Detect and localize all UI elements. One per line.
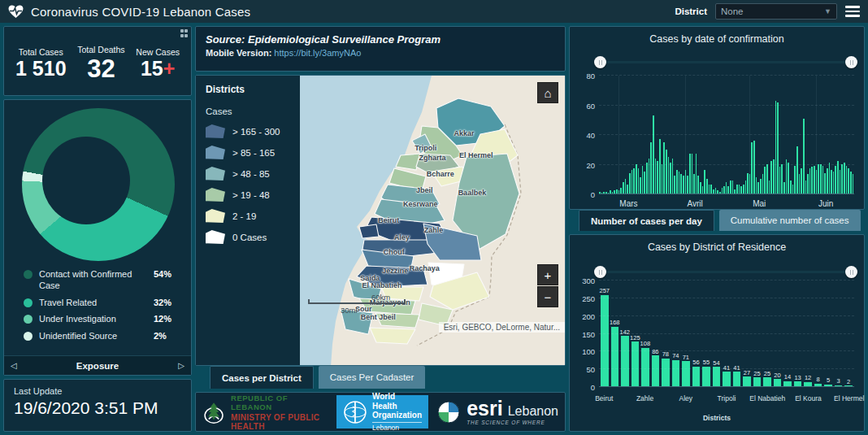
daily-bar — [807, 174, 809, 194]
legend-label: Unidentified Source — [39, 331, 147, 342]
menu-icon[interactable] — [845, 6, 860, 17]
daily-bar — [827, 168, 828, 194]
daily-bar — [803, 119, 805, 194]
district-bar — [794, 381, 802, 386]
new-cases-label: New Cases — [136, 47, 180, 57]
district-bar — [631, 341, 640, 386]
daily-bar — [811, 167, 813, 194]
slider-handle-left[interactable] — [594, 56, 606, 68]
map-home-button[interactable]: ⌂ — [537, 82, 558, 103]
district-bar — [672, 360, 680, 386]
district-bar — [763, 377, 771, 386]
legend-value: 2% — [154, 331, 181, 341]
slider-handle-left[interactable] — [594, 266, 606, 278]
daily-bar — [777, 102, 779, 194]
district-bar-group: 168 — [611, 320, 619, 386]
bar-value-label: 257 — [600, 288, 610, 294]
district-tick-label: El Koura — [795, 394, 822, 402]
daily-bar — [745, 181, 747, 194]
prev-arrow-icon[interactable]: ◁ — [11, 361, 17, 370]
district-bar-group: 5 — [824, 377, 832, 386]
daily-bar — [620, 188, 622, 194]
bar-value-label: 12 — [805, 375, 811, 381]
district-bar — [621, 336, 629, 386]
y-tick-label: 150 — [582, 329, 595, 338]
tab-cases-per-district[interactable]: Cases per District — [210, 366, 314, 389]
who-logo: World Health Organization Lebanon — [336, 395, 428, 428]
map-class-row: > 48 - 85 — [206, 167, 290, 181]
daily-bar — [663, 142, 665, 194]
daily-bar — [783, 182, 785, 194]
district-filter-label: District — [675, 7, 707, 16]
daily-bar — [822, 166, 824, 194]
daily-bar — [644, 172, 645, 194]
map-legend-title: Districts — [206, 84, 290, 95]
esri-globe-icon — [436, 400, 461, 424]
cases-by-district-title: Cases by District of Residence — [570, 241, 864, 253]
map-legend: Districts Cases > 165 - 300> 85 - 165> 4… — [196, 76, 300, 365]
daily-bar — [833, 172, 835, 194]
district-dropdown[interactable]: None ▼ — [715, 3, 837, 20]
daily-bar — [687, 176, 688, 194]
daily-bar — [679, 172, 680, 194]
daily-bar — [747, 173, 749, 194]
total-deaths-label: Total Deaths — [77, 45, 124, 54]
district-bar-group: 8 — [814, 376, 822, 386]
exposure-legend-item: Unidentified Source2% — [24, 331, 181, 342]
slider-handle-right[interactable] — [845, 266, 857, 278]
mobile-version-link[interactable]: https://bit.ly/3amyNAo — [274, 48, 361, 58]
daily-bar — [726, 182, 727, 194]
scale-km: 60km — [371, 293, 406, 302]
donut-hole — [42, 137, 130, 224]
bar-value-label: 78 — [662, 351, 669, 358]
month-label: Mars — [619, 199, 637, 208]
map-canvas[interactable]: AkkarTripoliZghartaEl HermelBcharreJbeil… — [300, 76, 565, 365]
daily-bar — [653, 115, 654, 194]
chevron-down-icon: ▼ — [824, 7, 831, 15]
legend-value: 32% — [154, 298, 181, 307]
daily-bar — [717, 190, 718, 194]
who-line2: Organization — [372, 411, 422, 420]
daily-bar — [610, 190, 611, 194]
tab-number-of-cases-per-day[interactable]: Number of cases per day — [579, 210, 714, 231]
district-bar — [824, 385, 832, 386]
daily-bar — [689, 154, 691, 194]
expand-icon[interactable] — [180, 29, 189, 37]
legend-label: Contact with Confirmed Case — [39, 269, 147, 292]
daily-bar — [840, 170, 841, 194]
class-swatch-icon — [206, 230, 225, 244]
district-bar-group: 12 — [804, 375, 812, 386]
daily-bar — [608, 193, 610, 194]
bar-value-label: 3 — [837, 378, 840, 385]
daily-bar — [775, 101, 777, 194]
bar-value-label: 142 — [620, 329, 631, 336]
exposure-footer: ◁ Exposure ▷ — [4, 355, 191, 375]
district-bar-group: 2 — [844, 379, 853, 387]
map-legend-subtitle: Cases — [206, 107, 290, 116]
bar-value-label: 27 — [744, 370, 750, 376]
y-tick-label: 250 — [582, 294, 595, 302]
map-class-row: > 85 - 165 — [206, 146, 290, 159]
daily-bar — [824, 173, 826, 194]
cases-by-date-title: Cases by date of confirmation — [570, 33, 864, 45]
map-zoom-out-button[interactable]: − — [537, 286, 558, 307]
tab-cases-per-cadaster[interactable]: Cases Per Cadaster — [319, 366, 426, 389]
daily-bar — [700, 182, 701, 194]
tab-cumulative-number-of-cases[interactable]: Cumulative number of cases — [719, 210, 861, 231]
district-bar-group: 25 — [763, 371, 771, 386]
bar-value-label: 55 — [703, 359, 710, 366]
daily-bar — [846, 166, 848, 194]
map-zoom-in-button[interactable]: + — [537, 264, 558, 285]
legend-dot-icon — [24, 298, 33, 307]
daily-bar — [801, 168, 802, 194]
chart-tabs: Number of cases per dayCumulative number… — [579, 210, 861, 231]
next-arrow-icon[interactable]: ▷ — [178, 361, 184, 370]
class-label: > 48 - 85 — [232, 169, 270, 179]
new-cases-value: 15 — [141, 57, 163, 80]
daily-bar — [736, 185, 738, 194]
map-class-row: 2 - 19 — [206, 209, 290, 223]
slider-handle-right[interactable] — [845, 56, 857, 68]
map-class-row: > 165 - 300 — [206, 124, 290, 138]
y-tick-label: 300 — [582, 276, 595, 285]
district-bar — [601, 295, 609, 386]
